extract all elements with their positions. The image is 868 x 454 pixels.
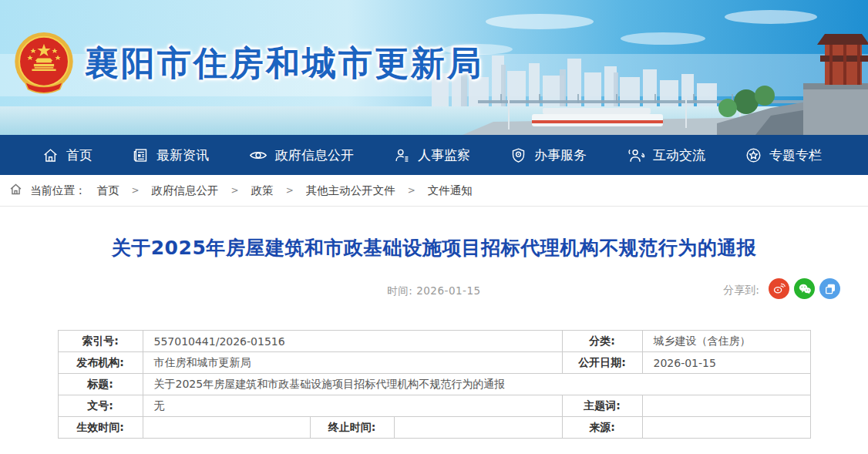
breadcrumb: 当前位置： 首页 > 政府信息公开 > 政策 > 其他主动公开文件 > 文件通知 (0, 175, 868, 207)
effective-date-label: 生效时间: (58, 417, 143, 439)
category-value: 城乡建设（含住房） (642, 331, 810, 352)
nav-item-label: 首页 (66, 146, 93, 164)
breadcrumb-label: 当前位置： (30, 183, 86, 198)
publish-date-label: 公开日期: (562, 352, 642, 374)
star-icon (745, 147, 762, 163)
share-label: 分享到: (723, 280, 759, 298)
site-banner: 襄阳市住房和城市更新局 (0, 0, 868, 135)
doc-title-label: 标题: (58, 374, 143, 395)
person-icon (394, 147, 410, 163)
end-date-value (394, 417, 562, 439)
nav-item-label: 政府信息公开 (275, 146, 354, 164)
source-value (642, 417, 810, 439)
breadcrumb-item-other-public-docs[interactable]: 其他主动公开文件 (306, 183, 395, 198)
wechat-icon (798, 282, 812, 296)
issuing-agency-value: 市住房和城市更新局 (143, 352, 562, 374)
breadcrumb-separator: > (231, 185, 239, 196)
breadcrumb-separator: > (286, 185, 294, 196)
nav-item-label: 互动交流 (653, 146, 705, 164)
home-icon (42, 147, 59, 163)
publish-date-value: 2026-01-15 (642, 352, 810, 374)
nav-item-news[interactable]: 最新资讯 (133, 146, 209, 164)
document-meta-table-wrap: 索引号: 557010441/2026-01516 分类: 城乡建设（含住房） … (0, 330, 868, 439)
category-label: 分类: (562, 331, 642, 352)
breadcrumb-item-home[interactable]: 首页 (97, 183, 119, 198)
breadcrumb-item-policy[interactable]: 政策 (251, 183, 274, 198)
nav-item-home[interactable]: 首页 (42, 146, 93, 164)
nav-item-info-disclosure[interactable]: 政府信息公开 (249, 146, 354, 164)
doc-number-value: 无 (143, 395, 562, 417)
breadcrumb-item-info-disclosure[interactable]: 政府信息公开 (152, 183, 219, 198)
publish-time-label: 时间: (387, 284, 412, 297)
doc-title-value: 关于2025年房屋建筑和市政基础设施项目招标代理机构不规范行为的通报 (143, 374, 810, 395)
nav-item-label: 专题专栏 (769, 146, 822, 164)
home-small-icon (9, 183, 22, 198)
table-row: 文号: 无 主题词: (58, 395, 810, 417)
doc-number-label: 文号: (58, 395, 143, 417)
nav-item-personnel[interactable]: 人事监察 (394, 146, 470, 164)
nav-item-services[interactable]: 办事服务 (510, 146, 587, 164)
end-date-label: 终止时间: (310, 417, 394, 439)
table-row: 标题: 关于2025年房屋建筑和市政基础设施项目招标代理机构不规范行为的通报 (58, 374, 810, 395)
article-meta-row: 时间: 2026-01-15 分享到: (0, 278, 868, 301)
nav-item-label: 最新资讯 (156, 146, 209, 164)
effective-date-value (143, 417, 310, 439)
issuing-agency-label: 发布机构: (58, 352, 143, 374)
nav-item-interaction[interactable]: 互动交流 (627, 146, 705, 164)
national-emblem-logo (12, 31, 76, 97)
news-icon (133, 147, 149, 163)
share-toolbar: 分享到: (723, 278, 840, 299)
table-row: 发布机构: 市住房和城市更新局 公开日期: 2026-01-15 (58, 352, 810, 374)
index-number-value: 557010441/2026-01516 (143, 331, 562, 352)
main-nav: 首页 最新资讯 政府信息公开 人事监察 办事服务 互动交流 专题专栏 (0, 135, 868, 175)
nav-item-label: 人事监察 (418, 146, 470, 164)
source-label: 来源: (562, 417, 642, 439)
nav-item-label: 办事服务 (534, 146, 587, 164)
breadcrumb-separator: > (132, 185, 140, 196)
share-wechat-button[interactable] (794, 278, 815, 299)
chat-icon (627, 147, 645, 163)
breadcrumb-separator: > (408, 185, 415, 196)
page-title: 关于2025年房屋建筑和市政基础设施项目招标代理机构不规范行为的通报 (0, 235, 868, 261)
share-weibo-button[interactable] (769, 278, 789, 299)
site-title: 襄阳市住房和城市更新局 (85, 41, 483, 86)
document-meta-table: 索引号: 557010441/2026-01516 分类: 城乡建设（含住房） … (58, 330, 811, 439)
copy-icon (824, 283, 836, 295)
breadcrumb-item-doc-notice[interactable]: 文件通知 (428, 183, 473, 198)
table-row: 生效时间: 终止时间: 来源: (58, 417, 810, 439)
nav-item-special-topics[interactable]: 专题专栏 (745, 146, 822, 164)
eye-icon (249, 147, 267, 163)
index-number-label: 索引号: (58, 331, 143, 352)
keywords-label: 主题词: (562, 395, 642, 417)
weibo-icon (772, 282, 786, 295)
publish-time-value: 2026-01-15 (416, 284, 480, 297)
keywords-value (642, 395, 810, 417)
shield-icon (510, 147, 527, 163)
share-copy-button[interactable] (819, 278, 840, 299)
table-row: 索引号: 557010441/2026-01516 分类: 城乡建设（含住房） (58, 331, 810, 352)
